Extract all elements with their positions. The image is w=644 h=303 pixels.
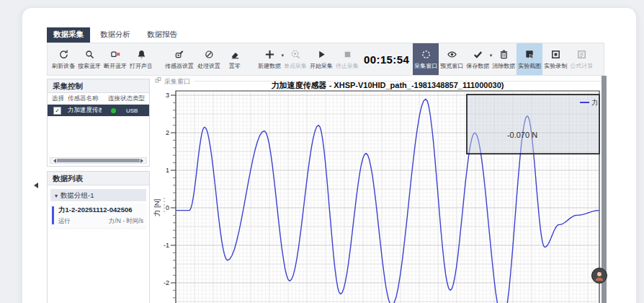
y-tick-label: 0	[166, 204, 169, 211]
sidebar-collapse-icon[interactable]	[31, 183, 38, 188]
toolbar-record-button[interactable]: 实验录制	[542, 43, 568, 75]
eye-icon	[447, 49, 457, 60]
single-point-icon	[290, 49, 301, 60]
toolbar-plus-button[interactable]: 新建数据▾	[256, 43, 282, 75]
toolbar-sensor-settings-button[interactable]: 传感器设置	[163, 43, 196, 75]
y-axis-label: 力 [N]	[153, 199, 161, 216]
y-tick-label: 2	[166, 129, 169, 136]
toolbar-process-settings-button[interactable]: 处理设置	[196, 43, 222, 75]
splitter-handle[interactable]	[164, 201, 165, 202]
sensor-settings-icon	[174, 49, 185, 60]
check-icon	[473, 49, 483, 60]
toolbar-play-button[interactable]: 开始采集	[308, 43, 334, 75]
toolbar-eye-button[interactable]: 预览窗口	[439, 43, 465, 75]
sensor-table-header: 选择 传感器名称 连接状态 类型	[48, 93, 149, 105]
stop-icon	[342, 49, 353, 60]
zero-icon	[230, 49, 241, 60]
y-tick-label: -1	[164, 242, 169, 249]
toolbar: 刷新设备搜索蓝牙断开蓝牙打开声音传感器设置处理设置置零新建数据▾单点采集开始采集…	[47, 43, 604, 76]
assistant-avatar-button[interactable]	[592, 268, 607, 284]
sensor-table-row[interactable]: ✓ 力加速度传感器 USB	[48, 105, 149, 116]
col-sensor-name: 传感器名称	[68, 95, 108, 103]
acquisition-chart: 采集窗口-0.070 N力3210-1-2力 [N]力加速度传感器 - XHSP…	[152, 76, 607, 303]
acquisition-control-panel: 采集控制 选择 传感器名称 连接状态 类型 ✓ 力加速度传感器 USB	[47, 79, 150, 167]
tab-data-analysis[interactable]: 数据分析	[94, 27, 137, 43]
capture-window-icon	[421, 49, 431, 60]
scroll-left-icon[interactable]	[50, 158, 57, 163]
toolbar-bell-button[interactable]: 打开声音	[128, 43, 154, 75]
chevron-down-icon[interactable]: ▾	[55, 193, 58, 199]
sensor-name: 力加速度传感器	[61, 106, 102, 115]
col-connection-status: 连接状态	[108, 95, 133, 103]
toolbar-check-button[interactable]: 保存数据▾	[465, 43, 491, 75]
y-tick-label: 3	[166, 92, 169, 99]
col-type: 类型	[133, 95, 147, 103]
data-item-title: 力1-2-20251112-042506	[58, 206, 132, 215]
app-window: 数据采集数据分析数据报告 刷新设备搜索蓝牙断开蓝牙打开声音传感器设置处理设置置零…	[22, 7, 637, 303]
splitter-handle[interactable]	[164, 207, 165, 208]
item-accent-bar	[52, 206, 54, 224]
toolbar-stop-button: 停止采集	[334, 43, 360, 75]
snapshot-icon	[524, 49, 535, 60]
toolbar-capture-window-button[interactable]: 采集窗口	[413, 43, 439, 75]
sensor-type: USB	[126, 107, 138, 114]
record-icon	[550, 49, 561, 60]
toolbar-snapshot-button[interactable]: 实验截图	[516, 43, 542, 75]
toolbar-formula-button: 公式计算	[568, 43, 594, 75]
acquisition-chart-panel: 采集窗口-0.070 N力3210-1-2力 [N]力加速度传感器 - XHSP…	[152, 76, 607, 303]
splitter-handle[interactable]	[164, 211, 165, 212]
data-list-item[interactable]: 力1-2-20251112-042506 运行 力/N - 时间/s	[50, 203, 146, 229]
scroll-right-icon[interactable]	[140, 158, 146, 163]
splitter-handle[interactable]	[164, 204, 165, 206]
bell-icon	[136, 49, 147, 60]
splitter-handle[interactable]	[164, 198, 165, 199]
panel-title: 数据列表	[48, 172, 149, 185]
toolbar-trash-button[interactable]: 清除数据	[491, 43, 516, 75]
plus-icon	[264, 49, 275, 60]
toolbar-search-button[interactable]: 搜索蓝牙	[76, 43, 102, 75]
bluetooth-disconnect-icon	[110, 49, 121, 60]
screenshot-root: 数据采集数据分析数据报告 刷新设备搜索蓝牙断开蓝牙打开声音传感器设置处理设置置零…	[0, 0, 644, 303]
data-item-axes: 力/N - 时间/s	[109, 217, 143, 226]
chart-group-label: 采集窗口	[164, 78, 190, 85]
panel-title: 采集控制	[48, 79, 149, 93]
toolbar-single-point-button: 单点采集	[282, 43, 308, 75]
data-item-status: 运行	[58, 217, 71, 226]
chart-selection-region[interactable]	[467, 95, 599, 154]
data-group-label: 数据分组-1	[61, 191, 94, 199]
data-group-row[interactable]: ▾数据分组-1	[50, 189, 146, 201]
acquisition-timer: 00:15:54	[364, 53, 409, 66]
tab-bar: 数据采集数据分析数据报告	[47, 27, 184, 43]
search-icon	[84, 49, 95, 60]
legend-label: 力	[591, 99, 598, 106]
toolbar-bluetooth-disconnect-button[interactable]: 断开蓝牙	[102, 43, 128, 75]
col-select: 选择	[48, 95, 68, 103]
play-icon	[316, 49, 327, 60]
data-list-panel: 数据列表 ▾数据分组-1 力1-2-20251112-042506 运行 力/N…	[47, 171, 150, 303]
toolbar-refresh-button[interactable]: 刷新设备	[50, 43, 76, 75]
process-settings-icon	[204, 49, 215, 60]
horizontal-scrollbar[interactable]	[50, 157, 147, 164]
connection-status-dot	[111, 108, 116, 113]
formula-icon	[576, 49, 587, 60]
sensor-checkbox[interactable]: ✓	[53, 107, 61, 115]
chart-title: 力加速度传感器 - XHSP-V10HID_path_-1981348857_1…	[271, 81, 504, 89]
refresh-icon	[58, 49, 69, 60]
y-tick-label: 1	[166, 167, 169, 174]
tab-data-acquisition[interactable]: 数据采集	[47, 27, 90, 43]
y-tick-label: -2	[164, 279, 169, 286]
toolbar-zero-button[interactable]: 置零	[222, 43, 248, 75]
scrollbar-thumb[interactable]	[57, 159, 140, 162]
tab-data-report[interactable]: 数据报告	[140, 27, 184, 43]
trash-icon	[498, 49, 509, 60]
force-value-annotation: -0.070 N	[507, 131, 537, 139]
